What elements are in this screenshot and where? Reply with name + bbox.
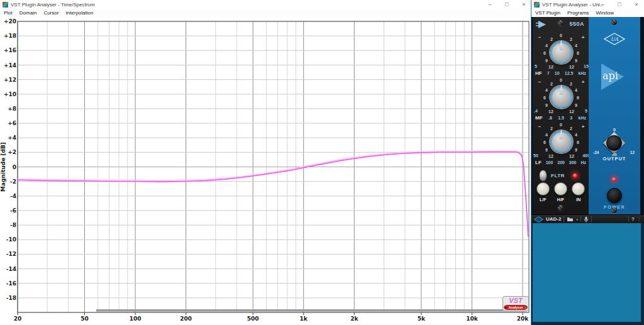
gain-step-label: 9 (545, 103, 548, 107)
gain-step-label: 12 (548, 65, 553, 69)
gain-step-label: 4 (545, 43, 548, 48)
analyser-window: VST Plugin Analyser - Time/Spectrum – □ … (0, 0, 532, 325)
gain-step-label: 4 (575, 43, 577, 48)
output-scale-min: -24 (593, 150, 599, 155)
svg-text:-12: -12 (6, 251, 16, 257)
gain-step-label: 0 (560, 123, 562, 127)
lf-gain-knob[interactable] (550, 131, 572, 153)
menu-item-vst-plugin[interactable]: VST Plugin (535, 10, 560, 16)
band-caption: HF71012.5kHz (533, 70, 589, 76)
close-button[interactable]: × (633, 0, 640, 9)
menu-item-programs[interactable]: Programs (567, 10, 589, 16)
freq-mid-label: 7 (547, 71, 550, 75)
band-name-label: MF (535, 115, 543, 121)
gain-step-label: 6 (577, 96, 579, 100)
svg-text:+6: +6 (8, 120, 16, 126)
help-button[interactable]: ? (631, 216, 635, 222)
gain-step-label: 2 (550, 82, 553, 86)
button-in[interactable] (572, 182, 585, 196)
gain-step-label: 2 (570, 126, 572, 131)
maximize-button[interactable]: □ (503, 0, 511, 9)
analyser-menubar: PlotDomainCursorInterpolation (0, 9, 531, 18)
freq-mid-label: 12.5 (565, 71, 574, 75)
power-button[interactable] (607, 188, 622, 203)
app-icon (3, 2, 8, 8)
plus-label: + (582, 79, 585, 85)
gain-step-label: 6 (577, 51, 579, 55)
freq-mid-label: .8 (548, 116, 552, 120)
svg-text:+10: +10 (4, 91, 16, 97)
gain-step-label: 2 (550, 37, 553, 41)
power-led (612, 177, 616, 182)
vst-logo-text: VST (503, 297, 528, 304)
button-lf[interactable] (536, 182, 550, 196)
minus-label: − (538, 35, 541, 40)
svg-text:200: 200 (180, 316, 192, 322)
svg-text:-10: -10 (6, 236, 16, 243)
svg-text:-16: -16 (6, 280, 16, 287)
uad-toolbar: UAD-2 ▾ ? ⋮ (531, 214, 644, 223)
menu-item-interpolation[interactable]: Interpolation (65, 10, 93, 16)
menu-item-cursor[interactable]: Cursor (43, 10, 58, 16)
mf-gain-knob[interactable] (550, 86, 572, 108)
spectrum-plot-area[interactable]: 20501002005001k2k5k10k20k+20+18+16+14+12… (0, 17, 531, 325)
plus-label: + (582, 35, 585, 40)
svg-text:-18: -18 (6, 295, 16, 301)
analyser-titlebar: VST Plugin Analyser - Time/Spectrum – □ … (0, 0, 531, 9)
button-hf[interactable] (554, 182, 567, 196)
svg-text:UA: UA (611, 36, 618, 42)
gain-step-label: 9 (545, 148, 548, 152)
device-label: UAD-2 (546, 216, 561, 222)
svg-text:Magnitude [dB]: Magnitude [dB] (0, 142, 6, 192)
output-module-panel: UA api 0 -24 12 dB OUTPUT POWER (589, 17, 640, 214)
gain-step-label: 4 (575, 88, 577, 92)
spectrum-plot[interactable]: 20501002005001k2k5k10k20k+20+18+16+14+12… (0, 17, 531, 325)
svg-text:+8: +8 (8, 106, 16, 112)
freq-max-label: 5 (585, 109, 587, 113)
more-button[interactable]: ⋮ (637, 217, 641, 222)
knob-pointer (559, 40, 564, 50)
api-550a-plugin: 550A −+0224466991212515HF71012.5kHz−+022… (531, 17, 644, 214)
menu-item-plot[interactable]: Plot (4, 10, 13, 16)
app-icon (534, 2, 540, 8)
freq-unit-label: Hz (580, 160, 586, 165)
svg-text:100: 100 (130, 316, 142, 322)
svg-text:+4: +4 (8, 135, 16, 141)
gain-step-label: 12 (569, 65, 574, 69)
filter-row: FLTR (533, 170, 589, 182)
maximize-button[interactable]: □ (616, 0, 623, 9)
plugin-titlebar: VST Plugin Analyser - Uni... – □ × (531, 0, 644, 9)
vst-analyser-logo: VST Analyser (502, 296, 529, 311)
gain-step-label: 12 (569, 109, 574, 114)
eq-buttons-row (533, 182, 589, 196)
svg-text:20: 20 (14, 316, 22, 322)
minimize-button[interactable]: – (486, 0, 494, 9)
button-label: IN (571, 197, 586, 202)
menu-item-window[interactable]: Window (596, 10, 614, 16)
screw (558, 205, 564, 211)
screw (611, 207, 617, 213)
close-button[interactable]: × (520, 0, 528, 9)
menu-item-domain[interactable]: Domain (19, 10, 37, 16)
model-label: 550A (569, 21, 584, 27)
gain-step-label: 9 (545, 58, 548, 63)
band-name-label: LF (535, 160, 541, 165)
freq-mid-label: 10 (555, 71, 560, 75)
band-name-label: HF (535, 70, 542, 76)
folder-caret-icon[interactable]: ▾ (576, 218, 578, 221)
analyser-logo-text: Analyser (504, 305, 528, 310)
freq-mid-label: 3 (570, 116, 572, 120)
microphone-icon[interactable] (584, 216, 589, 223)
fltr-label: FLTR (551, 173, 565, 179)
minimize-button[interactable]: – (599, 0, 606, 9)
eq-band-mf: −+0224466991212.45MF.81.53kHz (533, 79, 589, 124)
svg-text:5k: 5k (418, 316, 426, 322)
knob-pointer (559, 84, 564, 95)
hf-gain-knob[interactable] (550, 41, 572, 63)
folder-icon[interactable] (567, 216, 574, 222)
svg-text:0: 0 (13, 164, 16, 170)
gain-step-label: 2 (570, 37, 572, 41)
output-knob[interactable] (606, 135, 622, 151)
fltr-toggle-switch[interactable] (539, 170, 547, 182)
gain-step-label: 4 (545, 88, 548, 92)
